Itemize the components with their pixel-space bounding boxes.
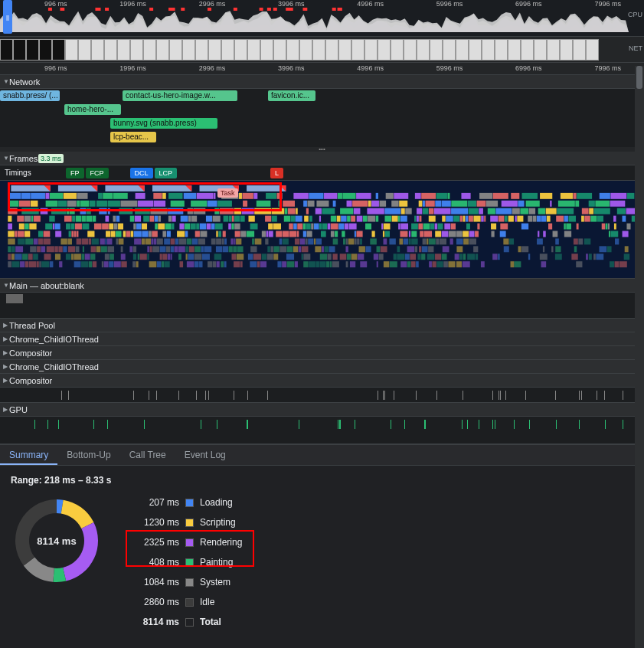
svg-rect-556 — [397, 246, 400, 252]
svg-rect-559 — [419, 246, 421, 252]
section-frames-header[interactable]: ▼ Frames 3.3 ms — [0, 152, 644, 165]
tab-summary[interactable]: Summary — [0, 445, 57, 465]
network-request[interactable]: bunny.svg (snabb.press) — [110, 118, 217, 129]
filmstrip-frame[interactable] — [234, 39, 247, 61]
section-gpu-header[interactable]: ▶ GPU — [0, 403, 644, 417]
marker-load[interactable]: L — [270, 168, 283, 178]
filmstrip[interactable]: NET — [0, 37, 644, 63]
filmstrip-frame[interactable] — [404, 39, 417, 61]
svg-rect-399 — [409, 231, 410, 237]
legend-row-total[interactable]: 8114 msTotal — [133, 614, 242, 630]
filmstrip-frame[interactable] — [495, 39, 508, 61]
legend-row-system[interactable]: 1084 msSystem — [133, 574, 242, 590]
filmstrip-frame[interactable] — [52, 39, 65, 61]
svg-rect-369 — [167, 231, 171, 237]
svg-rect-626 — [394, 254, 397, 260]
filmstrip-frame[interactable] — [13, 39, 26, 61]
network-request[interactable]: contact-us-hero-image.w... — [123, 90, 237, 101]
svg-rect-335 — [521, 224, 528, 230]
section-threadpool-header[interactable]: ▶ Thread Pool — [0, 319, 644, 332]
time-ruler[interactable]: 996 ms 1996 ms 2996 ms 3996 ms 4996 ms 5… — [0, 63, 644, 75]
cpu-overview-chart[interactable] — [0, 8, 629, 32]
legend-row-loading[interactable]: 207 msLoading — [133, 495, 242, 510]
filmstrip-frame[interactable] — [130, 39, 143, 61]
filmstrip-frame[interactable] — [117, 39, 130, 61]
section-network-header[interactable]: ▼ Network — [0, 75, 644, 89]
filmstrip-frame[interactable] — [521, 39, 534, 61]
filmstrip-frame[interactable] — [208, 39, 221, 61]
section-compositor-2-header[interactable]: ▶ Compositor — [0, 374, 644, 388]
filmstrip-frame[interactable] — [325, 39, 338, 61]
vertical-scrollbar[interactable] — [635, 66, 644, 639]
filmstrip-frame[interactable] — [299, 39, 312, 61]
marker-dcl[interactable]: DCL — [130, 168, 153, 178]
network-request[interactable]: snabb.press/ (... — [0, 90, 60, 101]
timings-track[interactable]: Timings FP FCP DCL LCP L — [0, 165, 644, 181]
gpu-track[interactable] — [0, 417, 644, 444]
filmstrip-frame[interactable] — [65, 39, 78, 61]
filmstrip-frame[interactable] — [91, 39, 104, 61]
marker-fp[interactable]: FP — [66, 168, 84, 178]
task-chip[interactable]: Task — [217, 188, 238, 198]
filmstrip-frame[interactable] — [39, 39, 52, 61]
marker-fcp[interactable]: FCP — [86, 168, 109, 178]
filmstrip-frame[interactable] — [286, 39, 299, 61]
tab-event-log[interactable]: Event Log — [175, 445, 235, 465]
section-childio-2-header[interactable]: ▶ Chrome_ChildIOThread — [0, 360, 644, 374]
filmstrip-frame[interactable] — [104, 39, 117, 61]
filmstrip-frame[interactable] — [247, 39, 260, 61]
svg-rect-553 — [365, 246, 371, 252]
filmstrip-frame[interactable] — [378, 39, 391, 61]
filmstrip-frame[interactable] — [391, 39, 404, 61]
main-thread-flamegraph[interactable]: Task — [0, 181, 644, 279]
section-compositor-1-header[interactable]: ▶ Compositor — [0, 346, 644, 360]
filmstrip-frame[interactable] — [586, 39, 599, 61]
filmstrip-frame[interactable] — [482, 39, 495, 61]
filmstrip-frame[interactable] — [351, 39, 364, 61]
filmstrip-frame[interactable] — [364, 39, 378, 61]
filmstrip-frame[interactable] — [573, 39, 586, 61]
filmstrip-frame[interactable] — [273, 39, 286, 61]
filmstrip-frame[interactable] — [221, 39, 234, 61]
svg-rect-232 — [414, 216, 416, 222]
section-childio-1-header[interactable]: ▶ Chrome_ChildIOThread — [0, 332, 644, 346]
filmstrip-frame[interactable] — [547, 39, 560, 61]
section-main-blank-header[interactable]: ▼ Main — about:blank — [0, 279, 644, 293]
filmstrip-frame[interactable] — [560, 39, 573, 61]
overview-strip[interactable]: 996 ms 1996 ms 2996 ms 3996 ms 4996 ms 5… — [0, 0, 644, 37]
network-request[interactable]: lcp-beac... — [110, 132, 156, 142]
tab-call-tree[interactable]: Call Tree — [120, 445, 175, 465]
filmstrip-frame[interactable] — [26, 39, 39, 61]
filmstrip-frame[interactable] — [260, 39, 273, 61]
filmstrip-frame[interactable] — [182, 39, 195, 61]
marker-lcp[interactable]: LCP — [155, 168, 178, 178]
filmstrip-frame[interactable] — [443, 39, 456, 61]
main-blank-track[interactable] — [0, 293, 644, 319]
network-request[interactable]: home-hero-... — [64, 104, 121, 115]
filmstrip-frame[interactable] — [469, 39, 482, 61]
legend-row-idle[interactable]: 2860 msIdle — [133, 594, 242, 610]
svg-rect-237 — [446, 216, 453, 222]
filmstrip-frame[interactable] — [508, 39, 521, 61]
filmstrip-frame[interactable] — [338, 39, 351, 61]
filmstrip-frame[interactable] — [430, 39, 443, 61]
filmstrip-frame[interactable] — [78, 39, 91, 61]
svg-rect-661 — [74, 261, 81, 267]
network-track[interactable]: snabb.press/ (...contact-us-hero-image.w… — [0, 89, 644, 147]
filmstrip-frame[interactable] — [456, 39, 469, 61]
svg-rect-339 — [577, 224, 579, 230]
activity-donut-chart[interactable]: 8114 ms — [11, 495, 103, 587]
tab-bottom-up[interactable]: Bottom-Up — [57, 445, 119, 465]
filmstrip-frame[interactable] — [0, 39, 13, 61]
range-handle[interactable]: || — [3, 0, 12, 34]
filmstrip-frame[interactable] — [417, 39, 430, 61]
filmstrip-frame[interactable] — [169, 39, 182, 61]
filmstrip-frame[interactable] — [534, 39, 547, 61]
filmstrip-frame[interactable] — [195, 39, 208, 61]
filmstrip-frame[interactable] — [312, 39, 325, 61]
filmstrip-frame[interactable] — [143, 39, 156, 61]
network-request[interactable]: favicon.ic... — [268, 90, 315, 101]
filmstrip-frame[interactable] — [156, 39, 169, 61]
legend-row-scripting[interactable]: 1230 msScripting — [133, 515, 242, 530]
compositor-2-track[interactable] — [0, 388, 644, 403]
